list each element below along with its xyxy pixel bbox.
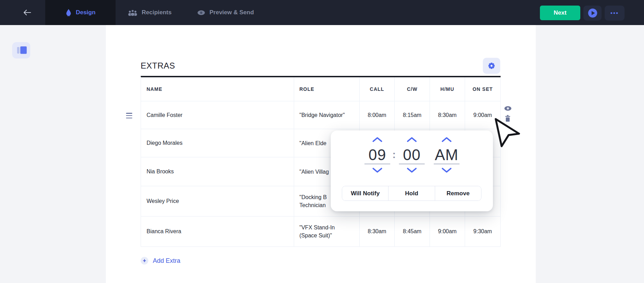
gear-icon <box>487 62 496 70</box>
row-delete-button[interactable] <box>505 115 511 123</box>
section-title: EXTRAS <box>141 61 175 71</box>
minute-decrement-chevron-down-icon[interactable] <box>407 167 417 173</box>
minute-value[interactable]: 00 <box>397 146 426 164</box>
cell-onset[interactable]: 9:30am <box>465 217 501 247</box>
col-header-cw: C/W <box>395 77 430 101</box>
meridiem-chevron-up-icon[interactable] <box>441 137 452 142</box>
cell-name[interactable]: Camille Foster <box>141 101 294 129</box>
people-group-icon <box>128 9 138 16</box>
time-picker-popup: 09 : 00 AM <box>331 131 493 211</box>
row-drag-handle[interactable] <box>126 113 132 118</box>
layout-square-icon <box>21 47 26 54</box>
hour-underline <box>364 164 390 164</box>
hour-decrement-chevron-down-icon[interactable] <box>372 167 383 173</box>
add-extra-button[interactable]: + Add Extra <box>141 257 180 265</box>
cell-call[interactable]: 8:30am <box>360 217 395 247</box>
minute-increment-chevron-up-icon[interactable] <box>407 137 417 142</box>
tab-recipients-label: Recipients <box>142 9 172 16</box>
top-navigation-bar: Design Recipients Preview & Send Next <box>0 0 644 25</box>
ink-drop-icon <box>65 9 72 16</box>
row-visibility-button[interactable] <box>504 105 512 113</box>
meridiem-value[interactable]: AM <box>432 146 461 164</box>
meridiem-chevron-down-icon[interactable] <box>441 167 452 173</box>
cell-name[interactable]: Nia Brooks <box>141 157 294 186</box>
remove-button[interactable]: Remove <box>435 186 481 201</box>
meridiem-underline <box>434 164 460 164</box>
layout-widget-button[interactable] <box>12 42 30 58</box>
cell-name[interactable]: Diego Morales <box>141 129 294 157</box>
hour-increment-chevron-up-icon[interactable] <box>372 137 383 142</box>
cell-cw[interactable]: 8:45am <box>395 217 430 247</box>
cell-call[interactable]: 8:00am <box>360 101 395 129</box>
tab-design-label: Design <box>76 9 96 16</box>
col-header-call: CALL <box>360 77 395 101</box>
add-extra-label: Add Extra <box>153 257 180 265</box>
col-header-onset: ON SET <box>465 77 501 101</box>
more-options-button[interactable]: ••• <box>605 6 625 21</box>
tab-preview-send[interactable]: Preview & Send <box>188 0 263 25</box>
minute-underline <box>399 164 425 164</box>
cell-role[interactable]: "Bridge Navigator" <box>294 101 360 129</box>
hour-value[interactable]: 09 <box>363 146 392 164</box>
tab-design[interactable]: Design <box>45 0 116 25</box>
tab-preview-send-label: Preview & Send <box>210 9 254 16</box>
hold-button[interactable]: Hold <box>388 186 434 201</box>
play-button[interactable] <box>583 6 602 21</box>
ellipsis-icon: ••• <box>611 10 619 17</box>
play-icon <box>588 8 597 18</box>
cell-onset[interactable]: 9:00am <box>465 101 501 129</box>
col-header-name: NAME <box>141 77 294 101</box>
cell-role[interactable]: "VFX Stand-In (Space Suit)" <box>294 217 360 247</box>
call-sheet-builder: Design Recipients Preview & Send Next <box>0 0 644 283</box>
tab-recipients[interactable]: Recipients <box>118 0 181 25</box>
cell-name[interactable]: Wesley Price <box>141 186 294 217</box>
trash-icon <box>505 115 511 122</box>
col-header-hmu: H/MU <box>430 77 465 101</box>
layout-bar-icon <box>17 47 19 54</box>
table-settings-button[interactable] <box>483 58 500 74</box>
back-arrow-icon <box>23 9 32 16</box>
eye-icon <box>504 105 512 111</box>
cell-name[interactable]: Bianca Rivera <box>141 217 294 247</box>
cell-hmu[interactable]: 8:30am <box>430 101 465 129</box>
next-button[interactable]: Next <box>540 6 580 20</box>
time-status-actions: Will Notify Hold Remove <box>342 186 481 201</box>
will-notify-button[interactable]: Will Notify <box>342 186 388 201</box>
cell-hmu[interactable]: 9:00am <box>430 217 465 247</box>
col-header-role: ROLE <box>294 77 360 101</box>
plus-icon: + <box>141 257 148 265</box>
back-button[interactable] <box>20 7 34 18</box>
eye-icon <box>197 10 205 16</box>
cell-cw[interactable]: 8:15am <box>395 101 430 129</box>
